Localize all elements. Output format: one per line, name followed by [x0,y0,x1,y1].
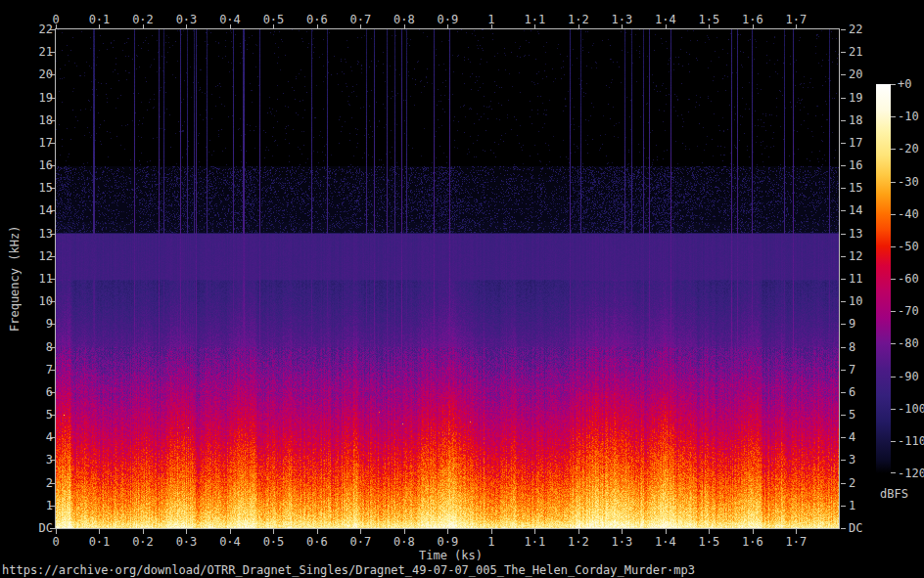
colorbar-tick-mark [891,311,896,312]
x-tick-label: 1·7 [786,13,808,26]
y-tick-label: 8 [27,340,53,354]
y-tick-label: 22 [849,22,862,36]
colorbar-tick-label: +0 [898,77,911,91]
y-tick-label: 6 [849,385,855,399]
x-tick-label: 0 [52,13,59,26]
colorbar-tick-mark [891,343,896,344]
y-tick-mark [841,301,846,302]
x-tick-mark [230,529,231,534]
colorbar-gradient [876,84,891,473]
y-tick-label: 18 [27,113,53,127]
x-tick-label: 1·5 [699,13,720,26]
y-tick-label: 17 [27,136,53,150]
x-tick-label: 1·6 [742,535,763,549]
y-tick-mark [841,392,846,393]
colorbar-tick-mark [891,441,896,442]
y-tick-mark [841,460,846,461]
y-tick-label: DC [27,521,53,535]
x-tick-mark [534,529,535,534]
y-tick-label: DC [849,521,862,535]
x-tick-label: 0·1 [89,535,111,549]
colorbar-tick-mark [891,149,896,150]
x-tick-mark [360,529,361,534]
x-tick-mark [666,529,667,534]
x-tick-label: 1·1 [525,13,546,26]
y-tick-label: 10 [27,294,53,308]
x-tick-label: 1·5 [699,535,720,549]
x-tick-label: 0·4 [219,13,241,26]
y-tick-label: 7 [849,363,855,377]
colorbar-tick-label: -60 [898,272,919,286]
y-tick-mark [841,528,846,529]
x-tick-label: 0·5 [263,535,285,549]
x-tick-mark [578,529,579,534]
y-tick-mark [841,506,846,507]
y-tick-label: 19 [27,91,53,105]
y-tick-label: 18 [849,113,862,127]
colorbar-tick-mark [891,377,896,378]
y-tick-mark [841,52,846,53]
x-tick-mark [753,529,754,534]
colorbar-tick-label: -70 [898,304,919,318]
x-tick-mark [56,529,57,534]
x-tick-mark [491,529,492,534]
colorbar-tick-mark [891,116,896,117]
y-tick-label: 13 [27,227,53,241]
x-tick-label: 0·3 [176,535,198,549]
colorbar-tick-label: -110 [898,434,924,448]
x-tick-mark [447,529,448,534]
x-tick-label: 0·8 [393,13,415,26]
y-tick-label: 9 [849,317,855,331]
colorbar-tick-label: -20 [898,142,919,156]
y-tick-label: 4 [27,430,53,444]
x-tick-label: 0·6 [306,535,328,549]
x-tick-mark [273,529,274,534]
y-tick-label: 5 [849,408,855,422]
colorbar-tick-mark [891,214,896,215]
y-tick-label: 11 [27,272,53,286]
x-tick-label: 1 [487,535,494,549]
y-tick-label: 1 [27,499,53,512]
y-tick-mark [841,483,846,484]
y-tick-label: 8 [849,340,855,354]
x-tick-label: 0·2 [132,13,154,26]
colorbar-tick-label: -40 [898,207,919,221]
y-tick-mark [841,415,846,416]
x-tick-label: 0·2 [132,535,154,549]
y-tick-mark [841,98,846,99]
x-tick-mark [709,529,710,534]
y-tick-label: 16 [27,158,53,172]
x-tick-mark [404,529,405,534]
source-url-text: https://archive·org/download/OTRR_Dragne… [2,563,695,577]
y-tick-label: 15 [849,181,862,195]
y-tick-label: 13 [849,227,862,241]
y-tick-label: 21 [849,45,862,59]
colorbar-tick-label: -120 [898,467,924,480]
colorbar-tick-mark [891,84,896,85]
spectrogram-canvas [56,29,839,528]
y-tick-mark [841,279,846,280]
y-tick-mark [841,29,846,30]
y-tick-label: 3 [849,453,855,467]
y-tick-label: 14 [27,203,53,217]
x-tick-label: 1·7 [786,535,808,549]
y-tick-mark [841,437,846,438]
x-tick-label: 0 [52,535,59,549]
colorbar-tick-label: -50 [898,240,919,253]
x-tick-label: 0·4 [219,535,241,549]
y-tick-mark [841,210,846,211]
colorbar-tick-label: -90 [898,370,919,383]
y-tick-label: 20 [27,67,53,81]
y-tick-mark [841,347,846,348]
x-tick-label: 0·3 [176,13,198,26]
x-tick-mark [317,529,318,534]
y-tick-label: 12 [27,249,53,263]
y-axis-title: Frequency (kHz) [8,29,23,528]
spectrogram-chart: Frequency (kHz) 000·10·10·20·20·30·30·40… [0,0,924,578]
x-tick-label: 1·2 [568,13,589,26]
colorbar-tick-mark [891,472,896,473]
y-tick-label: 5 [27,408,53,422]
x-tick-label: 1 [487,13,494,26]
x-tick-mark [99,529,100,534]
colorbar-tick-label: -80 [898,336,919,350]
